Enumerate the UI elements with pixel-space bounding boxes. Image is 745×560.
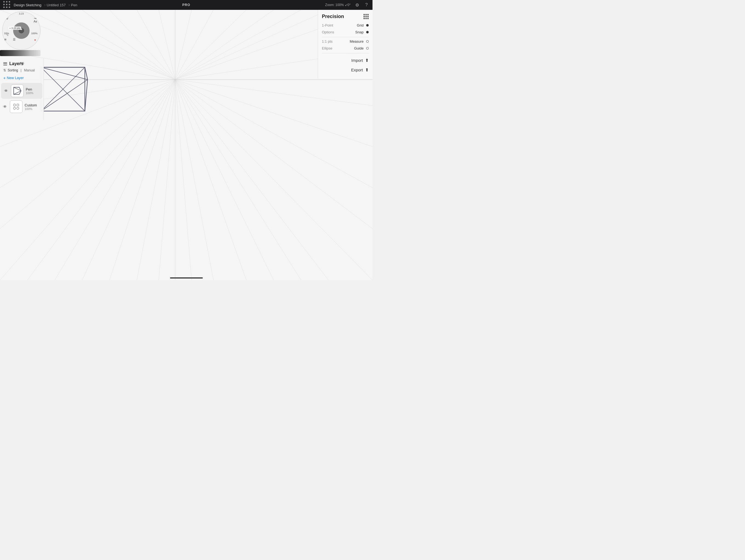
import-icon: ⬆ [365, 58, 369, 63]
color-swatch-icon[interactable]: ■ [34, 39, 36, 41]
settings-button[interactable]: ⚙ [354, 2, 360, 8]
text-tool-icon[interactable]: Aa [34, 20, 37, 23]
sidebar: Layers ⇅ Sorting | Manual + New Layer 👁 … [0, 59, 44, 120]
home-indicator [170, 277, 203, 278]
svg-point-56 [13, 107, 15, 109]
sort-type-value: Manual [24, 68, 35, 72]
layer-info-pen: Pen 100% [26, 87, 33, 95]
help-button[interactable]: ? [364, 2, 369, 8]
layer-opacity-custom: 100% [25, 107, 37, 110]
sort-type: | [20, 68, 23, 72]
p-value-3[interactable]: Guide [354, 46, 369, 50]
import-label: Import [351, 58, 363, 63]
wheel-right-pct: 100% [31, 32, 37, 35]
export-icon: ⬆ [365, 67, 369, 72]
sep1: › [44, 2, 45, 7]
wheel-top-value: 3.23 [19, 12, 24, 15]
export-button[interactable]: Export ⬆ [322, 65, 369, 75]
sort-label: Sorting [8, 68, 18, 72]
svg-line-44 [85, 79, 88, 111]
bottom-left-icon[interactable]: ☰ [13, 38, 15, 41]
svg-line-43 [85, 67, 88, 79]
svg-line-45 [41, 67, 88, 79]
header: Design Sketching › Untitled 157 › Pen PR… [0, 0, 372, 10]
svg-marker-51 [14, 87, 21, 94]
color-swatch[interactable] [0, 50, 40, 56]
app-grid-icon[interactable] [3, 1, 11, 9]
precision-grid-icon[interactable] [363, 14, 369, 19]
zoom-label: Zoom: 100% ↙0° [325, 3, 351, 7]
svg-point-55 [17, 104, 19, 106]
wheel-bottom-label: 8'11 [20, 62, 24, 64]
canvas-area[interactable] [0, 10, 372, 280]
layer-eye-custom[interactable]: 👁 [2, 104, 8, 109]
tool-name: Pen [71, 3, 77, 7]
pro-badge: PRO [182, 3, 190, 7]
tool-wheel-inner[interactable] [13, 23, 30, 39]
p-value-1[interactable]: Snap [355, 30, 369, 34]
precision-header: Precision [322, 14, 369, 20]
precision-row-3: Ellipse Guide [322, 46, 369, 50]
precision-row-2: 1:1 pts Measure [322, 39, 369, 43]
app-name: Design Sketching [14, 3, 41, 7]
layer-name-pen: Pen [26, 87, 33, 91]
precision-row-1: Options Snap [322, 30, 369, 34]
p-label-1: Options [322, 30, 334, 34]
import-button[interactable]: Import ⬆ [322, 56, 369, 65]
header-right-controls: Zoom: 100% ↙0° ⚙ ? [325, 2, 369, 8]
layer-thumb-custom [10, 100, 23, 113]
precision-row-0: 1-Point Grid [322, 23, 369, 27]
svg-point-54 [13, 104, 15, 106]
p-value-0[interactable]: Grid [357, 23, 369, 27]
layer-item-pen[interactable]: 👁 Pen 100% [1, 83, 42, 99]
move-tool-icon[interactable]: ↙ [6, 17, 9, 20]
sorting-row: ⇅ Sorting | Manual [0, 68, 43, 74]
layer-opacity-pen: 100% [26, 91, 33, 95]
new-layer-plus-icon: + [3, 75, 6, 80]
export-label: Export [351, 68, 363, 72]
p-label-3: Ellipse [322, 46, 332, 50]
new-layer-label: New Layer [7, 76, 24, 80]
layer-eye-pen[interactable]: 👁 [3, 89, 9, 93]
sep2: › [68, 2, 70, 7]
right-panel: Precision 1-Point Grid Options Snap 1:1 … [318, 10, 372, 78]
left-tool-icon[interactable]: ≋ [4, 38, 7, 41]
precision-title: Precision [322, 14, 344, 20]
tool-wheel-circle[interactable]: 3.23 = 3.23 pts 33% 100% ↙ ↪ Aa ≋ ∿ ☰ ■ [2, 11, 40, 50]
sort-icon[interactable]: ⇅ [3, 68, 6, 72]
brush-tool-icon[interactable]: ∿ [6, 33, 8, 36]
layer-name-custom: Custom [25, 103, 37, 107]
layer-info-custom: Custom 100% [25, 103, 37, 110]
svg-point-57 [17, 107, 19, 109]
doc-name[interactable]: Untitled 157 [47, 3, 66, 7]
p-label-0: 1-Point [322, 23, 333, 27]
svg-line-46 [41, 79, 88, 111]
tool-wheel[interactable]: 3.23 = 3.23 pts 33% 100% ↙ ↪ Aa ≋ ∿ ☰ ■ … [2, 11, 42, 65]
layer-item-custom[interactable]: 👁 Custom 100% [0, 99, 43, 114]
p-label-2: 1:1 pts [322, 39, 332, 43]
layer-thumb-pen [11, 85, 24, 97]
drawing-svg [0, 10, 372, 280]
pts-label: = 3.23 pts [8, 27, 21, 30]
new-layer-button[interactable]: + New Layer [0, 74, 43, 83]
p-value-2[interactable]: Measure [350, 39, 369, 43]
